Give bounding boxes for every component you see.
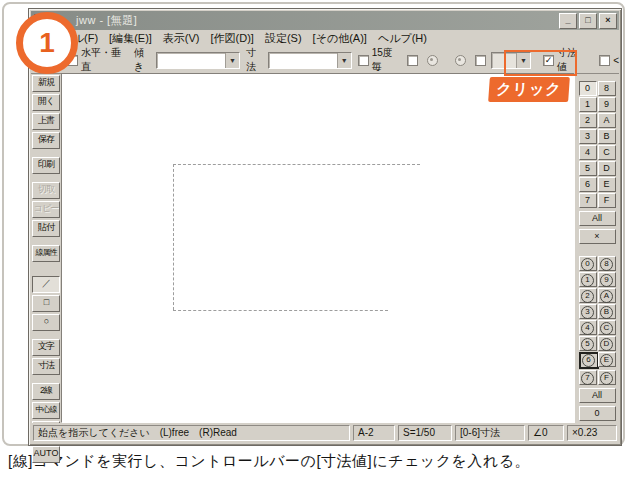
layer-group-button-F[interactable]: F bbox=[598, 193, 616, 208]
zoom-indicator[interactable]: ×0.23 bbox=[567, 425, 617, 441]
figure-caption: [線]コマンドを実行し、コントロールバーの[寸法値]にチェックを入れる。 bbox=[8, 452, 620, 471]
paste-button[interactable]: 貼付 bbox=[32, 220, 60, 237]
layer-button-9[interactable]: 9 bbox=[598, 272, 616, 287]
dimension-label: 寸法 bbox=[246, 46, 265, 74]
new-file-button[interactable]: 新規 bbox=[32, 75, 60, 92]
line-attribute-button[interactable]: 線属性 bbox=[32, 245, 60, 262]
save-as-button[interactable]: 保存 bbox=[32, 132, 60, 149]
arrow-direction-label: < bbox=[613, 55, 619, 66]
layer-circle-mark: E bbox=[600, 354, 613, 367]
chevron-down-icon[interactable]: ▼ bbox=[225, 53, 239, 68]
line-tool-button[interactable]: ／ bbox=[32, 276, 60, 293]
status-message: 始点を指示してください (L)free (R)Read bbox=[33, 425, 350, 441]
arrow-end-radio[interactable] bbox=[455, 55, 466, 66]
hatch-checkbox[interactable] bbox=[475, 55, 486, 66]
step-number-badge: 1 bbox=[16, 12, 78, 74]
menu-help[interactable]: ヘルプ(H) bbox=[378, 31, 427, 46]
layer-button-3[interactable]: 3 bbox=[579, 304, 597, 319]
dimension-value-highlight-box bbox=[504, 50, 577, 76]
text-tool-button[interactable]: 文字 bbox=[32, 339, 60, 356]
guide-line bbox=[173, 164, 174, 310]
open-file-button[interactable]: 開く bbox=[32, 94, 60, 111]
layer-button-5[interactable]: 5 bbox=[579, 336, 597, 351]
layer-circle-mark: 6 bbox=[582, 354, 595, 367]
layer-button-D[interactable]: D bbox=[598, 336, 616, 351]
every-15deg-checkbox[interactable] bbox=[358, 55, 369, 66]
close-button[interactable]: × bbox=[599, 13, 617, 29]
guide-line bbox=[173, 164, 420, 165]
angle-indicator[interactable]: ∠0 bbox=[528, 425, 564, 441]
layer-group-all-button[interactable]: All bbox=[579, 211, 616, 226]
maximize-button[interactable]: □ bbox=[579, 13, 597, 29]
menu-edit[interactable]: [編集(E)] bbox=[109, 31, 152, 46]
paper-size-indicator[interactable]: A-2 bbox=[353, 425, 395, 441]
layer-all-button[interactable]: All bbox=[579, 388, 616, 403]
click-callout: クリック bbox=[488, 77, 570, 102]
layer-button-F[interactable]: F bbox=[598, 370, 616, 385]
layer-button-B[interactable]: B bbox=[598, 304, 616, 319]
layer-button-7[interactable]: 7 bbox=[579, 370, 597, 385]
layer-group-button-D[interactable]: D bbox=[598, 161, 616, 176]
layer-button-2[interactable]: 2 bbox=[579, 288, 597, 303]
layer-group-button-B[interactable]: B bbox=[598, 129, 616, 144]
rectangle-tool-button[interactable]: □ bbox=[32, 295, 60, 312]
arrow-start-radio[interactable] bbox=[427, 55, 438, 66]
menu-settings[interactable]: 設定(S) bbox=[265, 31, 302, 46]
menu-view[interactable]: 表示(V) bbox=[163, 31, 200, 46]
layer-group-button-0[interactable]: 0 bbox=[579, 81, 597, 96]
layer-button-8[interactable]: 8 bbox=[598, 256, 616, 271]
every-15deg-label: 15度毎 bbox=[372, 46, 401, 74]
layer-group-button-7[interactable]: 7 bbox=[579, 193, 597, 208]
main-area: 新規 開く 上書 保存 印刷 切取 コピー 貼付 線属性 ／ □ ○ 文字 寸法… bbox=[31, 73, 619, 423]
layer-button-1[interactable]: 1 bbox=[579, 272, 597, 287]
layer-button-C[interactable]: C bbox=[598, 320, 616, 335]
layer-group-button-3[interactable]: 3 bbox=[579, 129, 597, 144]
guide-line bbox=[173, 310, 388, 311]
minimize-button[interactable]: _ bbox=[559, 13, 577, 29]
layer-group-button-4[interactable]: 4 bbox=[579, 145, 597, 160]
dimension-tool-button[interactable]: 寸法 bbox=[32, 358, 60, 375]
overwrite-save-button[interactable]: 上書 bbox=[32, 113, 60, 130]
layer-group-button-9[interactable]: 9 bbox=[598, 97, 616, 112]
layer-group-button-C[interactable]: C bbox=[598, 145, 616, 160]
auto-mode-button[interactable]: AUTO bbox=[32, 446, 60, 463]
layer-button-4[interactable]: 4 bbox=[579, 320, 597, 335]
layer-indicator[interactable]: [0-6]寸法 bbox=[455, 425, 525, 441]
layer-button-0[interactable]: 0 bbox=[579, 256, 597, 271]
layer-group-button-6[interactable]: 6 bbox=[579, 177, 597, 192]
circle-tool-button[interactable]: ○ bbox=[32, 314, 60, 331]
layer-circle-mark: C bbox=[600, 322, 613, 335]
layer-circle-mark: 7 bbox=[581, 372, 594, 385]
layer-circle-mark: F bbox=[600, 372, 613, 385]
window-title: jww - [無題] bbox=[76, 13, 137, 28]
drawing-canvas[interactable] bbox=[61, 73, 575, 423]
layer-group-close-button[interactable]: × bbox=[579, 229, 616, 244]
menu-draw[interactable]: [作図(D)] bbox=[211, 31, 254, 46]
arrow-direction-checkbox[interactable] bbox=[599, 55, 610, 66]
layer-group-button-A[interactable]: A bbox=[598, 113, 616, 128]
title-bar[interactable]: jww - [無題] _ □ × bbox=[31, 11, 619, 30]
print-button[interactable]: 印刷 bbox=[32, 157, 60, 174]
layer-group-number-button[interactable]: 0 bbox=[579, 406, 616, 421]
slope-combo[interactable]: ▼ bbox=[156, 52, 240, 69]
layer-button-E[interactable]: E bbox=[598, 352, 616, 367]
menu-other[interactable]: [その他(A)] bbox=[313, 31, 367, 46]
layer-group-button-E[interactable]: E bbox=[598, 177, 616, 192]
layer-group-button-1[interactable]: 1 bbox=[579, 97, 597, 112]
layer-circle-mark: 2 bbox=[581, 290, 594, 303]
layer-group-button-5[interactable]: 5 bbox=[579, 161, 597, 176]
right-toolbar: 08192A3B4C5D6E7F All × 08192A3B4C5D6E7F … bbox=[575, 73, 619, 423]
scale-indicator[interactable]: S=1/50 bbox=[398, 425, 452, 441]
double-line-tool-button[interactable]: 2線 bbox=[32, 383, 60, 400]
dimension-combo[interactable]: ▼ bbox=[268, 52, 352, 69]
center-line-tool-button[interactable]: 中心線 bbox=[32, 402, 60, 419]
layer-button-A[interactable]: A bbox=[598, 288, 616, 303]
layer-group-button-8[interactable]: 8 bbox=[598, 81, 616, 96]
chevron-down-icon[interactable]: ▼ bbox=[337, 53, 351, 68]
layer-circle-mark: 0 bbox=[581, 258, 594, 271]
layer-button-6[interactable]: 6 bbox=[579, 352, 599, 369]
layer-group-bar: 08192A3B4C5D6E7F bbox=[579, 81, 616, 208]
left-toolbar: 新規 開く 上書 保存 印刷 切取 コピー 貼付 線属性 ／ □ ○ 文字 寸法… bbox=[31, 73, 61, 423]
layer-group-button-2[interactable]: 2 bbox=[579, 113, 597, 128]
endpoint-checkbox[interactable] bbox=[407, 55, 418, 66]
